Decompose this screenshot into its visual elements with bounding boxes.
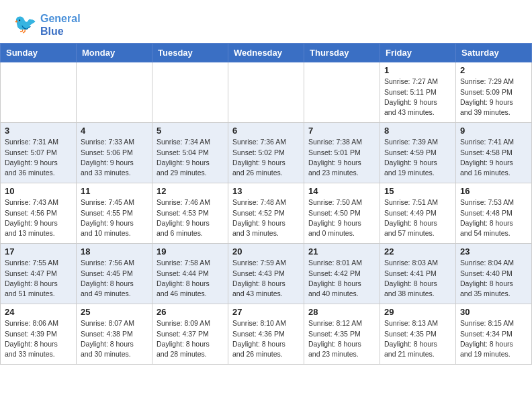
calendar-cell: 9Sunrise: 7:41 AM Sunset: 4:58 PM Daylig…: [456, 123, 532, 183]
day-number: 1: [384, 65, 451, 75]
day-number: 28: [308, 307, 375, 317]
day-info: Sunrise: 8:12 AM Sunset: 4:35 PM Dayligh…: [308, 318, 375, 359]
day-info: Sunrise: 7:29 AM Sunset: 5:09 PM Dayligh…: [460, 77, 527, 118]
day-info: Sunrise: 7:36 AM Sunset: 5:02 PM Dayligh…: [232, 137, 300, 178]
day-number: 25: [81, 307, 148, 317]
calendar-cell: 21Sunrise: 8:01 AM Sunset: 4:42 PM Dayli…: [304, 244, 380, 304]
day-info: Sunrise: 7:43 AM Sunset: 4:56 PM Dayligh…: [5, 197, 72, 238]
calendar-cell: 2Sunrise: 7:29 AM Sunset: 5:09 PM Daylig…: [456, 62, 532, 123]
calendar-cell: 22Sunrise: 8:03 AM Sunset: 4:41 PM Dayli…: [380, 244, 456, 304]
day-number: 30: [460, 307, 527, 317]
calendar-cell: 24Sunrise: 8:06 AM Sunset: 4:39 PM Dayli…: [1, 304, 77, 365]
calendar-table: SundayMondayTuesdayWednesdayThursdayFrid…: [0, 43, 532, 365]
day-number: 3: [5, 126, 72, 136]
calendar-cell: 4Sunrise: 7:33 AM Sunset: 5:06 PM Daylig…: [77, 123, 152, 183]
calendar-cell: 23Sunrise: 8:04 AM Sunset: 4:40 PM Dayli…: [456, 244, 532, 304]
day-number: 24: [5, 307, 72, 317]
calendar-cell: [304, 62, 380, 123]
day-info: Sunrise: 7:39 AM Sunset: 4:59 PM Dayligh…: [384, 137, 451, 178]
calendar-row: 24Sunrise: 8:06 AM Sunset: 4:39 PM Dayli…: [1, 304, 532, 365]
day-number: 26: [157, 307, 224, 317]
day-info: Sunrise: 7:34 AM Sunset: 5:04 PM Dayligh…: [157, 137, 224, 178]
logo-bird-icon: 🐦: [13, 13, 38, 37]
day-info: Sunrise: 7:59 AM Sunset: 4:43 PM Dayligh…: [232, 258, 300, 299]
calendar-cell: 30Sunrise: 8:15 AM Sunset: 4:34 PM Dayli…: [456, 304, 532, 365]
calendar-cell: 5Sunrise: 7:34 AM Sunset: 5:04 PM Daylig…: [152, 123, 228, 183]
day-info: Sunrise: 7:58 AM Sunset: 4:44 PM Dayligh…: [157, 258, 224, 299]
calendar-cell: 20Sunrise: 7:59 AM Sunset: 4:43 PM Dayli…: [228, 244, 304, 304]
day-number: 7: [308, 126, 375, 136]
day-number: 9: [460, 126, 527, 136]
day-number: 19: [157, 246, 224, 257]
calendar-header: SundayMondayTuesdayWednesdayThursdayFrid…: [1, 44, 532, 62]
day-number: 10: [5, 186, 72, 196]
calendar-cell: 8Sunrise: 7:39 AM Sunset: 4:59 PM Daylig…: [380, 123, 456, 183]
calendar-cell: 10Sunrise: 7:43 AM Sunset: 4:56 PM Dayli…: [1, 183, 77, 244]
day-info: Sunrise: 8:03 AM Sunset: 4:41 PM Dayligh…: [384, 258, 451, 299]
day-info: Sunrise: 8:09 AM Sunset: 4:37 PM Dayligh…: [157, 318, 224, 359]
day-number: 6: [232, 126, 300, 136]
day-info: Sunrise: 7:48 AM Sunset: 4:52 PM Dayligh…: [232, 197, 300, 238]
calendar-cell: 19Sunrise: 7:58 AM Sunset: 4:44 PM Dayli…: [152, 244, 228, 304]
calendar-cell: 28Sunrise: 8:12 AM Sunset: 4:35 PM Dayli…: [304, 304, 380, 365]
calendar-row: 3Sunrise: 7:31 AM Sunset: 5:07 PM Daylig…: [1, 123, 532, 183]
day-info: Sunrise: 8:13 AM Sunset: 4:35 PM Dayligh…: [384, 318, 451, 359]
day-number: 22: [384, 246, 451, 257]
col-header-thursday: Thursday: [304, 44, 380, 62]
day-number: 5: [157, 126, 224, 136]
day-info: Sunrise: 7:33 AM Sunset: 5:06 PM Dayligh…: [81, 137, 148, 178]
day-info: Sunrise: 8:07 AM Sunset: 4:38 PM Dayligh…: [81, 318, 148, 359]
day-number: 18: [81, 246, 148, 257]
day-number: 29: [384, 307, 451, 317]
day-info: Sunrise: 7:53 AM Sunset: 4:48 PM Dayligh…: [460, 197, 527, 238]
day-info: Sunrise: 7:51 AM Sunset: 4:49 PM Dayligh…: [384, 197, 451, 238]
day-info: Sunrise: 7:50 AM Sunset: 4:50 PM Dayligh…: [308, 197, 375, 238]
day-info: Sunrise: 7:55 AM Sunset: 4:47 PM Dayligh…: [5, 258, 72, 299]
day-number: 12: [157, 186, 224, 196]
day-number: 23: [460, 246, 527, 257]
day-info: Sunrise: 7:38 AM Sunset: 5:01 PM Dayligh…: [308, 137, 375, 178]
day-number: 21: [308, 246, 375, 257]
calendar-cell: 25Sunrise: 8:07 AM Sunset: 4:38 PM Dayli…: [77, 304, 152, 365]
day-info: Sunrise: 8:01 AM Sunset: 4:42 PM Dayligh…: [308, 258, 375, 299]
day-info: Sunrise: 7:56 AM Sunset: 4:45 PM Dayligh…: [81, 258, 148, 299]
col-header-monday: Monday: [77, 44, 152, 62]
calendar-cell: [152, 62, 228, 123]
col-header-sunday: Sunday: [1, 44, 77, 62]
col-header-saturday: Saturday: [456, 44, 532, 62]
svg-text:🐦: 🐦: [13, 13, 37, 35]
calendar-row: 17Sunrise: 7:55 AM Sunset: 4:47 PM Dayli…: [1, 244, 532, 304]
day-number: 2: [460, 65, 527, 75]
calendar-cell: [228, 62, 304, 123]
calendar-cell: 26Sunrise: 8:09 AM Sunset: 4:37 PM Dayli…: [152, 304, 228, 365]
calendar-row: 1Sunrise: 7:27 AM Sunset: 5:11 PM Daylig…: [1, 62, 532, 123]
calendar-cell: 6Sunrise: 7:36 AM Sunset: 5:02 PM Daylig…: [228, 123, 304, 183]
calendar-cell: 15Sunrise: 7:51 AM Sunset: 4:49 PM Dayli…: [380, 183, 456, 244]
calendar-cell: [1, 62, 77, 123]
calendar-cell: 7Sunrise: 7:38 AM Sunset: 5:01 PM Daylig…: [304, 123, 380, 183]
day-number: 16: [460, 186, 527, 196]
day-info: Sunrise: 7:31 AM Sunset: 5:07 PM Dayligh…: [5, 137, 72, 178]
calendar-cell: [77, 62, 152, 123]
calendar-cell: 18Sunrise: 7:56 AM Sunset: 4:45 PM Dayli…: [77, 244, 152, 304]
day-number: 17: [5, 246, 72, 257]
page-header: 🐦 General Blue: [0, 0, 532, 43]
day-number: 4: [81, 126, 148, 136]
calendar-cell: 1Sunrise: 7:27 AM Sunset: 5:11 PM Daylig…: [380, 62, 456, 123]
day-number: 14: [308, 186, 375, 196]
calendar-cell: 12Sunrise: 7:46 AM Sunset: 4:53 PM Dayli…: [152, 183, 228, 244]
calendar-cell: 17Sunrise: 7:55 AM Sunset: 4:47 PM Dayli…: [1, 244, 77, 304]
day-number: 27: [232, 307, 300, 317]
day-info: Sunrise: 8:15 AM Sunset: 4:34 PM Dayligh…: [460, 318, 527, 359]
calendar-row: 10Sunrise: 7:43 AM Sunset: 4:56 PM Dayli…: [1, 183, 532, 244]
logo: 🐦 General Blue: [13, 12, 81, 38]
day-number: 13: [232, 186, 300, 196]
calendar-cell: 11Sunrise: 7:45 AM Sunset: 4:55 PM Dayli…: [77, 183, 152, 244]
day-info: Sunrise: 7:41 AM Sunset: 4:58 PM Dayligh…: [460, 137, 527, 178]
day-info: Sunrise: 7:27 AM Sunset: 5:11 PM Dayligh…: [384, 77, 451, 118]
logo-text: General Blue: [40, 12, 81, 38]
col-header-friday: Friday: [380, 44, 456, 62]
calendar-cell: 16Sunrise: 7:53 AM Sunset: 4:48 PM Dayli…: [456, 183, 532, 244]
calendar-cell: 3Sunrise: 7:31 AM Sunset: 5:07 PM Daylig…: [1, 123, 77, 183]
day-info: Sunrise: 7:45 AM Sunset: 4:55 PM Dayligh…: [81, 197, 148, 238]
